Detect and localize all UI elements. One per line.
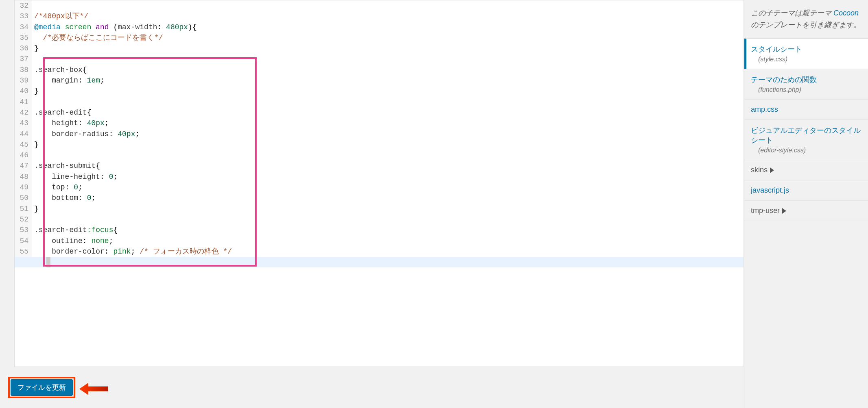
- file-list-item-sub: (functions.php): [751, 86, 861, 93]
- line-number: 46: [16, 150, 28, 161]
- file-list-item-sub: (style.css): [751, 56, 861, 63]
- file-list-item[interactable]: ビジュアルエディターのスタイルシート(editor-style.css): [744, 120, 868, 160]
- code-line[interactable]: [34, 150, 744, 161]
- expand-triangle-icon: [770, 167, 774, 173]
- line-number: 45: [16, 139, 28, 150]
- code-line[interactable]: [34, 97, 744, 107]
- line-number: 55: [16, 246, 28, 257]
- code-line[interactable]: outline: none;: [34, 236, 744, 246]
- code-line[interactable]: bottom: 0;: [34, 193, 744, 203]
- file-list-item-sub: (editor-style.css): [751, 147, 861, 154]
- code-line[interactable]: top: 0;: [34, 182, 744, 193]
- code-line[interactable]: [34, 54, 744, 64]
- file-list: スタイルシート(style.css)テーマのための関数(functions.ph…: [744, 39, 868, 221]
- editor-pane: 3233343536373839404142434445464748495051…: [0, 0, 744, 408]
- file-list-item[interactable]: amp.css: [744, 100, 868, 120]
- line-number: 40: [16, 86, 28, 96]
- cursor-mark: [46, 257, 50, 267]
- line-number: 51: [16, 204, 28, 214]
- line-number: 32: [16, 0, 28, 11]
- line-number: 36: [16, 43, 28, 54]
- file-list-item[interactable]: スタイルシート(style.css): [744, 39, 868, 69]
- line-number: 47: [16, 161, 28, 171]
- svg-marker-0: [79, 383, 108, 395]
- code-lines[interactable]: /*480px以下*/@media screen and (max-width:…: [32, 0, 744, 267]
- file-list-item[interactable]: skins: [744, 160, 868, 180]
- line-number-gutter: 3233343536373839404142434445464748495051…: [15, 0, 32, 267]
- line-number: 37: [16, 54, 28, 64]
- code-line[interactable]: .search-submit{: [34, 161, 744, 171]
- notice-text-suffix: のテンプレートを引き継ぎます。: [751, 21, 861, 29]
- footer-bar: ファイルを更新: [8, 367, 744, 408]
- line-number: 41: [16, 97, 28, 107]
- annotation-button-outline: ファイルを更新: [8, 377, 75, 398]
- code-line[interactable]: .search-edit{: [34, 107, 744, 118]
- code-line[interactable]: @media screen and (max-width: 480px){: [34, 22, 744, 33]
- line-number: 52: [16, 214, 28, 225]
- line-number: 35: [16, 33, 28, 43]
- code-editor[interactable]: 3233343536373839404142434445464748495051…: [14, 0, 744, 367]
- line-number: 34: [16, 22, 28, 33]
- code-line[interactable]: margin: 1em;: [34, 75, 744, 86]
- line-number: 33: [16, 11, 28, 22]
- code-line[interactable]: .search-edit:focus{: [34, 225, 744, 235]
- file-list-item[interactable]: javascript.js: [744, 180, 868, 201]
- file-list-item-label: skins: [751, 166, 768, 174]
- file-list-item-label: スタイルシート: [751, 45, 802, 53]
- file-list-item-label: tmp-user: [751, 206, 780, 215]
- line-number: 43: [16, 118, 28, 128]
- code-line[interactable]: border-color: pink; /* フォーカス時の枠色 */: [34, 246, 744, 257]
- line-number: 48: [16, 171, 28, 182]
- line-number: 53: [16, 225, 28, 235]
- code-line[interactable]: /*480px以下*/: [34, 11, 744, 22]
- file-list-item-label: ビジュアルエディターのスタイルシート: [751, 126, 861, 144]
- line-number: 38: [16, 65, 28, 75]
- annotation-arrow-icon: [79, 383, 108, 395]
- sidebar: この子テーマは親テーマ Cocoon のテンプレートを引き継ぎます。 スタイルシ…: [744, 0, 868, 408]
- file-list-item-label: テーマのための関数: [751, 76, 817, 84]
- theme-notice: この子テーマは親テーマ Cocoon のテンプレートを引き継ぎます。: [744, 0, 868, 39]
- line-number: 42: [16, 107, 28, 118]
- file-list-item-label: amp.css: [751, 105, 778, 113]
- line-number: 54: [16, 236, 28, 246]
- file-list-item[interactable]: tmp-user: [744, 201, 868, 221]
- file-list-item[interactable]: テーマのための関数(functions.php): [744, 69, 868, 100]
- line-number: 50: [16, 193, 28, 203]
- code-line[interactable]: line-height: 0;: [34, 171, 744, 182]
- code-line[interactable]: }: [34, 86, 744, 96]
- code-line[interactable]: [34, 214, 744, 225]
- expand-triangle-icon: [782, 208, 786, 214]
- code-line[interactable]: .search-box{: [34, 65, 744, 75]
- code-line[interactable]: border-radius: 40px;: [34, 129, 744, 139]
- code-line[interactable]: }: [34, 43, 744, 54]
- parent-theme-link[interactable]: Cocoon: [833, 9, 859, 17]
- update-file-button[interactable]: ファイルを更新: [11, 379, 73, 396]
- line-number: 49: [16, 182, 28, 193]
- notice-text: この子テーマは親テーマ: [751, 9, 833, 17]
- code-line[interactable]: }: [34, 204, 744, 214]
- line-number: 39: [16, 75, 28, 86]
- code-line[interactable]: }: [34, 139, 744, 150]
- line-number: 44: [16, 129, 28, 139]
- file-list-item-label: javascript.js: [751, 186, 789, 194]
- code-line[interactable]: /*必要ならばここにコードを書く*/: [34, 33, 744, 43]
- code-line[interactable]: [34, 0, 744, 11]
- code-line[interactable]: height: 40px;: [34, 118, 744, 128]
- active-line: [15, 257, 744, 267]
